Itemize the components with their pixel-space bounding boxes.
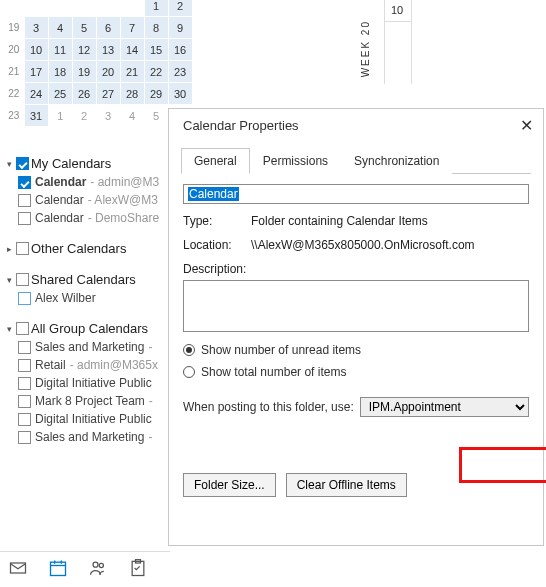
- people-icon[interactable]: [88, 558, 108, 581]
- dialog-tabs: General Permissions Synchronization: [181, 147, 531, 174]
- svg-rect-1: [51, 562, 66, 575]
- calendar-day[interactable]: 29: [144, 83, 168, 105]
- calendar-icon[interactable]: [48, 558, 68, 581]
- calendar-day[interactable]: 18: [48, 61, 72, 83]
- radio-icon: [183, 344, 195, 356]
- checkbox[interactable]: [18, 395, 31, 408]
- calendar-day[interactable]: 10: [24, 39, 48, 61]
- calendar-day[interactable]: 8: [144, 17, 168, 39]
- group-checkbox[interactable]: [16, 157, 29, 170]
- calendar-day[interactable]: 1: [144, 0, 168, 17]
- radio-unread-items[interactable]: Show number of unread items: [183, 343, 529, 357]
- calendar-item[interactable]: Sales and Marketing -: [18, 430, 164, 444]
- posting-label: When posting to this folder, use:: [183, 400, 354, 414]
- radio-total-items[interactable]: Show total number of items: [183, 365, 529, 379]
- calendar-item[interactable]: Alex Wilber: [18, 291, 164, 305]
- calendar-day[interactable]: 25: [48, 83, 72, 105]
- calendar-day[interactable]: 19: [72, 61, 96, 83]
- calendar-item[interactable]: Calendar - AlexW@M3: [18, 193, 164, 207]
- calendar-item[interactable]: Retail - admin@M365x: [18, 358, 164, 372]
- calendar-item[interactable]: Calendar - admin@M3: [18, 175, 164, 189]
- calendar-day[interactable]: 11: [48, 39, 72, 61]
- calendar-date-cell[interactable]: 10: [385, 0, 411, 22]
- calendar-day[interactable]: 3: [96, 105, 120, 127]
- calendar-day[interactable]: 2: [168, 0, 192, 17]
- week-number: 22: [4, 83, 24, 105]
- calendar-day[interactable]: 22: [144, 61, 168, 83]
- checkbox[interactable]: [18, 194, 31, 207]
- description-field[interactable]: [183, 280, 529, 332]
- close-icon[interactable]: ✕: [520, 116, 533, 135]
- calendar-day[interactable]: 16: [168, 39, 192, 61]
- calendar-day[interactable]: 5: [144, 105, 168, 127]
- calendar-day[interactable]: 9: [168, 17, 192, 39]
- checkbox[interactable]: [18, 377, 31, 390]
- group-label: All Group Calendars: [31, 321, 148, 336]
- calendar-day[interactable]: 15: [144, 39, 168, 61]
- chevron-right-icon: ▸: [4, 244, 14, 254]
- group-checkbox[interactable]: [16, 242, 29, 255]
- checkbox[interactable]: [18, 341, 31, 354]
- tasks-icon[interactable]: [128, 558, 148, 581]
- checkbox[interactable]: [18, 413, 31, 426]
- checkbox[interactable]: [18, 212, 31, 225]
- calendar-day[interactable]: 13: [96, 39, 120, 61]
- calendar-day[interactable]: 12: [72, 39, 96, 61]
- tab-general[interactable]: General: [181, 148, 250, 174]
- checkbox[interactable]: [18, 292, 31, 305]
- calendar-day[interactable]: 26: [72, 83, 96, 105]
- calendar-day[interactable]: 2: [72, 105, 96, 127]
- calendar-day[interactable]: 4: [120, 105, 144, 127]
- group-other-calendars[interactable]: ▸ Other Calendars: [4, 241, 164, 256]
- posting-select[interactable]: IPM.Appointment: [360, 397, 529, 417]
- clear-offline-items-button[interactable]: Clear Offline Items: [286, 473, 407, 497]
- calendar-day[interactable]: 21: [120, 61, 144, 83]
- calendar-day[interactable]: 24: [24, 83, 48, 105]
- calendar-item[interactable]: Calendar - DemoShare: [18, 211, 164, 225]
- mini-calendar[interactable]: 1219345678920101112131415162117181920212…: [4, 0, 193, 127]
- calendar-day[interactable]: 23: [168, 61, 192, 83]
- tab-permissions[interactable]: Permissions: [250, 148, 341, 174]
- calendar-day[interactable]: 17: [24, 61, 48, 83]
- group-my-calendars[interactable]: ▾ My Calendars: [4, 156, 164, 171]
- svg-point-8: [93, 562, 98, 567]
- group-label: Other Calendars: [31, 241, 126, 256]
- calendar-item[interactable]: Digital Initiative Public: [18, 376, 164, 390]
- folder-size-button[interactable]: Folder Size...: [183, 473, 276, 497]
- calendar-item[interactable]: Sales and Marketing -: [18, 340, 164, 354]
- calendar-day[interactable]: 6: [96, 17, 120, 39]
- calendar-item[interactable]: Mark 8 Project Team -: [18, 394, 164, 408]
- calendar-tree: ▾ My Calendars Calendar - admin@M3Calend…: [4, 148, 164, 448]
- calendar-day[interactable]: 14: [120, 39, 144, 61]
- group-all-group-calendars[interactable]: ▾ All Group Calendars: [4, 321, 164, 336]
- week-number: 19: [4, 17, 24, 39]
- calendar-item[interactable]: Digital Initiative Public: [18, 412, 164, 426]
- mail-icon[interactable]: [8, 558, 28, 581]
- item-label: Calendar: [35, 175, 86, 189]
- calendar-day[interactable]: 31: [24, 105, 48, 127]
- item-sublabel: -: [149, 394, 153, 408]
- calendar-day[interactable]: 20: [96, 61, 120, 83]
- calendar-day[interactable]: 4: [48, 17, 72, 39]
- group-label: My Calendars: [31, 156, 111, 171]
- calendar-day[interactable]: 3: [24, 17, 48, 39]
- checkbox[interactable]: [18, 431, 31, 444]
- group-shared-calendars[interactable]: ▾ Shared Calendars: [4, 272, 164, 287]
- group-checkbox[interactable]: [16, 322, 29, 335]
- calendar-day: [96, 0, 120, 17]
- calendar-day[interactable]: 30: [168, 83, 192, 105]
- group-checkbox[interactable]: [16, 273, 29, 286]
- checkbox[interactable]: [18, 359, 31, 372]
- calendar-day[interactable]: 5: [72, 17, 96, 39]
- folder-name-field[interactable]: Calendar: [183, 184, 529, 204]
- calendar-day[interactable]: 28: [120, 83, 144, 105]
- checkbox[interactable]: [18, 176, 31, 189]
- main-calendar-edge: 10: [384, 0, 412, 84]
- calendar-day: [24, 0, 48, 17]
- group-label: Shared Calendars: [31, 272, 136, 287]
- calendar-day[interactable]: 7: [120, 17, 144, 39]
- tab-synchronization[interactable]: Synchronization: [341, 148, 452, 174]
- calendar-day[interactable]: 27: [96, 83, 120, 105]
- description-label: Description:: [183, 262, 246, 276]
- calendar-day[interactable]: 1: [48, 105, 72, 127]
